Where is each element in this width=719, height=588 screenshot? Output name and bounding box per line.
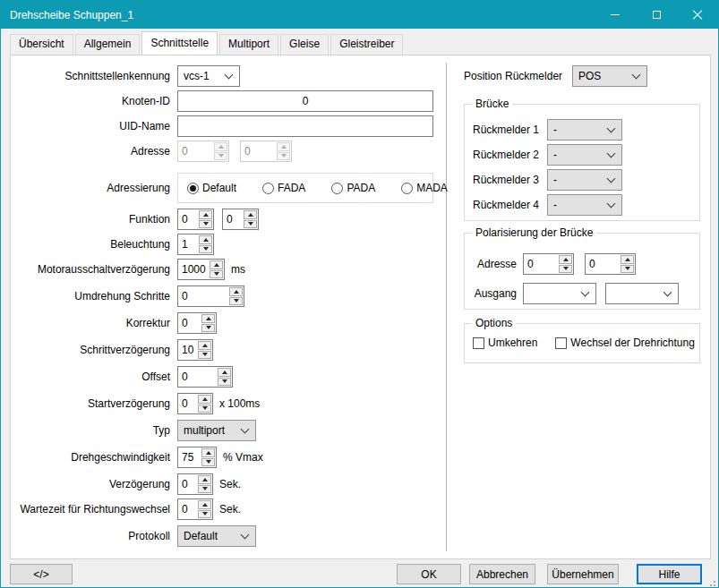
radio-pada[interactable]: PADA <box>331 182 375 194</box>
cancel-button[interactable]: Abbrechen <box>469 564 535 584</box>
typ-label: Typ <box>11 424 170 437</box>
spin-up-icon[interactable] <box>198 500 211 509</box>
verzoegerung-spinner[interactable]: 0 <box>177 473 213 495</box>
spin-up-icon[interactable] <box>199 235 212 244</box>
spinner-value: 10 <box>178 340 197 360</box>
dialog-footer: </> OK Abbrechen Übernehmen Hilfe <box>1 560 718 587</box>
radio-fada[interactable]: FADA <box>262 182 305 194</box>
funktion-spinner-1[interactable]: 0 <box>177 209 214 230</box>
spin-up-icon[interactable] <box>229 287 243 296</box>
tab-schnittstelle[interactable]: Schnittstelle <box>141 31 218 55</box>
unit-label: Sek. <box>219 503 241 516</box>
spinner-value: 0 <box>223 209 243 229</box>
spinner-buttons <box>276 141 291 161</box>
spin-up-icon[interactable] <box>559 255 572 264</box>
row-umdrehung-schritte: Umdrehung Schritte 0 <box>11 285 435 307</box>
schrittverzoegerung-spinner[interactable]: 10 <box>177 339 213 361</box>
spin-down-icon[interactable] <box>218 378 231 387</box>
rueckmelder-2-select[interactable]: - <box>547 144 622 166</box>
ausgang-select-1[interactable] <box>523 283 596 304</box>
korrektur-spinner[interactable]: 0 <box>177 312 217 334</box>
tab-uebersicht[interactable]: Übersicht <box>10 34 73 55</box>
checkbox-label: Umkehren <box>488 337 537 349</box>
schnittstellenkennung-select[interactable]: vcs-1 <box>177 65 240 87</box>
spin-down-icon[interactable] <box>198 351 211 360</box>
tab-multiport[interactable]: Multiport <box>219 34 278 55</box>
spin-down-icon[interactable] <box>198 485 211 494</box>
row-korrektur: Korrektur 0 <box>11 312 435 334</box>
umdrehung-schritte-label: Umdrehung Schritte <box>11 290 170 303</box>
spin-up-icon[interactable] <box>244 210 257 219</box>
spin-up-icon <box>277 142 290 151</box>
polarisierung-adresse-spinner-1[interactable]: 0 <box>523 253 574 275</box>
help-button[interactable]: Hilfe <box>637 564 702 584</box>
spin-down-icon[interactable] <box>621 265 634 274</box>
spin-up-icon[interactable] <box>198 395 211 404</box>
spin-up-icon[interactable] <box>201 448 215 457</box>
spin-down-icon[interactable] <box>229 297 243 306</box>
spinner-buttons <box>197 474 212 494</box>
wechsel-drehrichtung-checkbox[interactable]: Wechsel der Drehrichtung <box>555 337 695 349</box>
resize-grip[interactable] <box>707 578 715 586</box>
spin-down-icon[interactable] <box>244 220 257 229</box>
beleuchtung-spinner[interactable]: 1 <box>177 234 214 255</box>
apply-button[interactable]: Übernehmen <box>547 564 619 584</box>
code-view-button[interactable]: </> <box>10 564 73 584</box>
row-drehgeschwindigkeit: Drehgeschwindigkeit 75 % Vmax <box>11 447 435 468</box>
spin-up-icon[interactable] <box>210 260 223 269</box>
maximize-button[interactable] <box>636 1 677 29</box>
startverzoegerung-spinner[interactable]: 0 <box>177 393 213 414</box>
tab-gleistreiber[interactable]: Gleistreiber <box>330 34 403 55</box>
spin-down-icon[interactable] <box>199 220 212 229</box>
radio-label: Default <box>202 182 236 194</box>
funktion-spinner-2[interactable]: 0 <box>222 209 259 230</box>
position-rueckmelder-select[interactable]: POS <box>572 65 647 87</box>
knoten-id-input[interactable] <box>177 90 433 112</box>
typ-select[interactable]: multiport <box>177 420 256 441</box>
chevron-down-icon <box>607 199 616 208</box>
spin-up-icon <box>214 142 227 151</box>
ausgang-select-2[interactable] <box>605 283 679 304</box>
umdrehung-schritte-spinner[interactable]: 0 <box>177 285 244 307</box>
wartezeit-spinner[interactable]: 0 <box>177 499 213 520</box>
spin-up-icon[interactable] <box>621 255 634 264</box>
spin-down-icon[interactable] <box>201 324 215 333</box>
spin-up-icon[interactable] <box>198 475 211 484</box>
spin-up-icon[interactable] <box>199 210 212 219</box>
rueckmelder-3-select[interactable]: - <box>547 169 622 191</box>
spinner-buttons <box>201 447 216 467</box>
tab-gleise[interactable]: Gleise <box>280 34 329 55</box>
ok-button[interactable]: OK <box>397 564 461 584</box>
minimize-button[interactable] <box>595 1 636 29</box>
spinner-value: 0 <box>524 254 558 274</box>
combo-value: vcs-1 <box>184 70 210 82</box>
umkehren-checkbox[interactable]: Umkehren <box>473 337 537 349</box>
drehgeschwindigkeit-spinner[interactable]: 75 <box>177 447 217 468</box>
protokoll-select[interactable]: Default <box>177 525 256 547</box>
offset-spinner[interactable]: 0 <box>177 366 233 388</box>
spin-down-icon[interactable] <box>559 265 572 274</box>
row-knoten-id: Knoten-ID <box>11 90 435 112</box>
close-button[interactable] <box>677 1 718 29</box>
uid-name-input[interactable] <box>177 115 433 137</box>
rueckmelder-4-select[interactable]: - <box>547 194 622 216</box>
position-rueckmelder-label: Position Rückmelder <box>464 70 567 82</box>
tab-allgemein[interactable]: Allgemein <box>75 34 141 55</box>
spinner-buttons <box>558 254 573 274</box>
rueckmelder-1-select[interactable]: - <box>547 119 622 141</box>
spin-up-icon[interactable] <box>198 341 211 350</box>
spin-down-icon[interactable] <box>210 270 223 279</box>
spin-down-icon[interactable] <box>201 458 215 467</box>
spin-down-icon[interactable] <box>198 405 211 413</box>
row-adresse: Adresse 0 0 <box>11 141 435 162</box>
knoten-id-label: Knoten-ID <box>11 95 170 107</box>
spin-down-icon[interactable] <box>199 245 212 254</box>
spin-up-icon[interactable] <box>201 314 215 323</box>
radio-mada[interactable]: MADA <box>401 182 448 194</box>
polarisierung-adresse-spinner-2[interactable]: 0 <box>585 253 636 275</box>
titlebar[interactable]: Drehscheibe Schuppen_1 <box>1 1 718 29</box>
radio-default[interactable]: Default <box>187 182 236 194</box>
spin-up-icon[interactable] <box>218 368 231 377</box>
spin-down-icon[interactable] <box>198 510 211 519</box>
motorausschaltverzoegerung-spinner[interactable]: 1000 <box>177 259 225 280</box>
